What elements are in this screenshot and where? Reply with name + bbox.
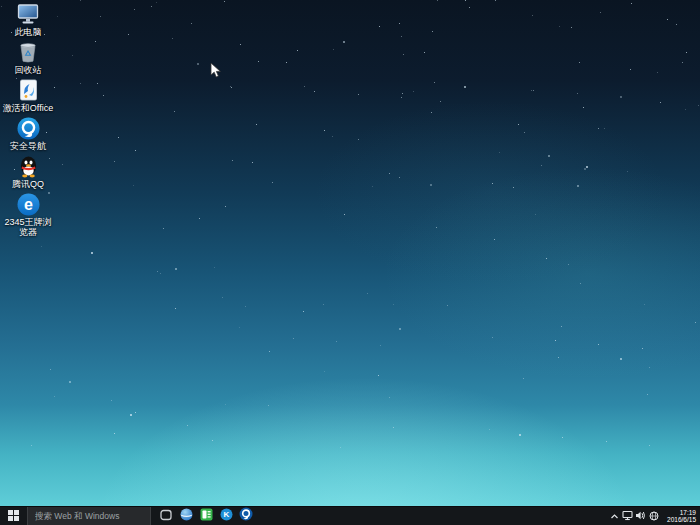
desktop-icon-2345-browser[interactable]: e 2345王牌浏览器 [0,192,56,237]
green-square-app-icon [200,507,213,525]
chevron-up-icon [610,507,619,525]
clock-date: 2016/6/15 [667,516,696,524]
network-display-icon [622,507,633,525]
taskbar-app-browser[interactable] [176,507,196,525]
desktop-icon-label: 激活和Office [3,103,53,113]
clock-time: 17:19 [680,509,696,517]
desktop-icon-tencent-qq[interactable]: 腾讯QQ [0,154,56,189]
windows-logo-icon [8,507,19,525]
taskbar-app-green[interactable] [196,507,216,525]
desktop-icon-label: 回收站 [15,65,42,75]
desktop-icon-label: 腾讯QQ [12,179,44,189]
taskbar: K [0,506,700,525]
blue-globe-app-icon [180,507,193,525]
taskbar-app-q[interactable] [236,507,256,525]
2345-browser-icon: e [16,192,40,216]
desktop-icon-label: 安全导航 [10,141,46,151]
show-hidden-icons-button[interactable] [608,507,621,525]
input-language-icon [649,507,659,525]
taskbar-app-icons: K [156,507,256,525]
tencent-qq-icon [16,154,40,178]
letter-k-app-icon: K [220,507,233,525]
taskbar-clock[interactable]: 17:19 2016/6/15 [660,507,700,525]
desktop-icon-this-pc[interactable]: 此电脑 [0,2,56,37]
task-view-icon [160,507,172,525]
desktop-icon-recycle-bin[interactable]: 回收站 [0,40,56,75]
input-language-button[interactable] [647,507,660,525]
svg-text:e: e [24,195,33,212]
windows-desktop: 此电脑 回收站 激活和Office [0,0,700,525]
recycle-bin-icon [16,40,40,64]
desktop-icon-label: 此电脑 [15,27,42,37]
desktop-icon-label: 2345王牌浏览器 [2,217,54,237]
volume-button[interactable] [634,507,647,525]
q-swirl-app-icon [239,507,253,525]
volume-icon [635,507,646,525]
network-status-button[interactable] [621,507,634,525]
desktop-icon-activate-office[interactable]: 激活和Office [0,78,56,113]
svg-text:K: K [223,510,229,519]
this-pc-icon [16,2,40,26]
taskbar-search-input[interactable] [27,507,151,525]
taskbar-app-k[interactable]: K [216,507,236,525]
desktop-wallpaper [0,0,700,506]
task-view-button[interactable] [156,507,176,525]
start-button[interactable] [0,507,27,525]
security-nav-icon [16,116,40,140]
desktop-icon-security-nav[interactable]: 安全导航 [0,116,56,151]
desktop-icon-list: 此电脑 回收站 激活和Office [0,2,56,240]
activate-office-icon [16,78,40,102]
system-tray: 17:19 2016/6/15 [608,507,700,525]
